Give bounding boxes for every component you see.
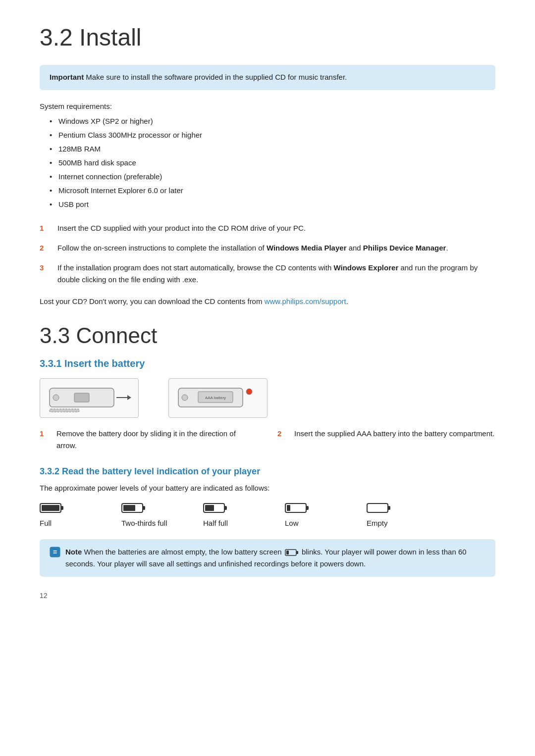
svg-point-7: [182, 395, 188, 401]
battery-images: AAA battery: [40, 378, 495, 418]
battery-step-2-text: Insert the supplied AAA battery into the…: [294, 428, 494, 452]
download-note: Lost your CD? Don't worry, you can downl…: [40, 296, 495, 307]
battery-inserted-image: AAA battery: [168, 378, 268, 418]
svg-rect-23: [367, 504, 388, 512]
device-diagram-2: AAA battery: [176, 383, 260, 413]
subsection-332-title: 3.3.2 Read the battery level indication …: [40, 466, 495, 477]
svg-rect-12: [61, 506, 63, 510]
battery-twothirds-icon: [121, 501, 146, 515]
battery-cell-twothirds: Two-thirds full: [121, 501, 203, 527]
battery-low-icon: [285, 501, 310, 515]
note-box: = Note When the batteries are almost emp…: [40, 539, 495, 577]
device-diagram-1: [47, 383, 131, 413]
battery-steps: 1 Remove the battery door by sliding it …: [40, 428, 495, 452]
important-label: Important: [50, 73, 84, 81]
note-text: Note When the batteries are almost empty…: [65, 546, 485, 570]
battery-cell-empty: Empty: [367, 501, 448, 527]
svg-rect-29: [286, 551, 289, 554]
step-3: 3 If the installation program does not s…: [40, 262, 495, 286]
svg-rect-16: [123, 505, 135, 511]
battery-label-empty: Empty: [367, 519, 388, 527]
battery-label-half: Half full: [203, 519, 228, 527]
battery-label-low: Low: [285, 519, 299, 527]
section-32-title: 3.2 Install: [40, 24, 495, 51]
battery-label-full: Full: [40, 519, 52, 527]
battery-step-1: 1 Remove the battery door by sliding it …: [40, 428, 258, 452]
step-2-text: Follow the on-screen instructions to com…: [57, 242, 495, 254]
step-3-num: 3: [40, 262, 57, 286]
battery-cell-half: Half full: [203, 501, 285, 527]
battery-icons-row: Full Two-thirds full Half full: [40, 501, 495, 527]
svg-rect-18: [224, 506, 227, 510]
important-box: Important Make sure to install the softw…: [40, 65, 495, 90]
step-2-num: 2: [40, 242, 57, 254]
step-1: 1 Insert the CD supplied with your produ…: [40, 222, 495, 234]
philips-support-link[interactable]: www.philips.com/support: [265, 297, 346, 305]
req-item-3: 128MB RAM: [50, 143, 495, 155]
svg-rect-21: [306, 506, 309, 510]
req-item-4: 500MB hard disk space: [50, 157, 495, 169]
svg-rect-2: [74, 393, 89, 402]
svg-rect-19: [205, 505, 214, 511]
svg-point-10: [246, 389, 252, 395]
battery-level-table: Full Two-thirds full Half full: [40, 501, 495, 527]
svg-marker-4: [127, 395, 131, 400]
step-1-text: Insert the CD supplied with your product…: [57, 222, 495, 234]
battery-step-2: 2 Insert the supplied AAA battery into t…: [277, 428, 495, 452]
important-text: Make sure to install the software provid…: [84, 73, 347, 81]
svg-rect-13: [42, 505, 59, 511]
battery-cell-low: Low: [285, 501, 367, 527]
requirements-list: Windows XP (SP2 or higher) Pentium Class…: [50, 115, 495, 210]
battery-cell-full: Full: [40, 501, 121, 527]
req-item-1: Windows XP (SP2 or higher): [50, 115, 495, 127]
req-item-6: Microsoft Internet Explorer 6.0 or later: [50, 185, 495, 197]
page-number: 12: [40, 592, 495, 600]
svg-rect-22: [287, 505, 290, 511]
inline-battery-icon: [285, 549, 299, 556]
battery-full-icon: [40, 501, 64, 515]
battery-empty-icon: [367, 501, 391, 515]
section-33-title: 3.3 Connect: [40, 323, 495, 348]
battery-step-2-num: 2: [277, 428, 287, 452]
subsection-331-title: 3.3.1 Insert the battery: [40, 358, 495, 369]
req-item-2: Pentium Class 300MHz processor or higher: [50, 129, 495, 141]
system-req-label: System requirements:: [40, 102, 495, 110]
step-2: 2 Follow the on-screen instructions to c…: [40, 242, 495, 254]
svg-rect-28: [296, 551, 298, 554]
note-icon: =: [50, 547, 61, 562]
battery-step-1-num: 1: [40, 428, 50, 452]
svg-rect-24: [388, 506, 390, 510]
step-1-num: 1: [40, 222, 57, 234]
req-item-5: Internet connection (preferable): [50, 171, 495, 183]
svg-text:=: =: [53, 548, 57, 556]
svg-point-1: [53, 395, 59, 401]
battery-half-icon: [203, 501, 228, 515]
svg-rect-15: [143, 506, 145, 510]
svg-text:AAA battery: AAA battery: [205, 396, 226, 400]
req-item-7: USB port: [50, 199, 495, 210]
battery-door-image: [40, 378, 139, 418]
note-label: Note: [65, 548, 82, 556]
battery-level-intro: The approximate power levels of your bat…: [40, 484, 495, 492]
step-3-text: If the installation program does not sta…: [57, 262, 495, 286]
battery-label-twothirds: Two-thirds full: [121, 519, 167, 527]
install-steps: 1 Insert the CD supplied with your produ…: [40, 222, 495, 286]
battery-step-1-text: Remove the battery door by sliding it in…: [56, 428, 258, 452]
svg-rect-5: [50, 409, 79, 412]
